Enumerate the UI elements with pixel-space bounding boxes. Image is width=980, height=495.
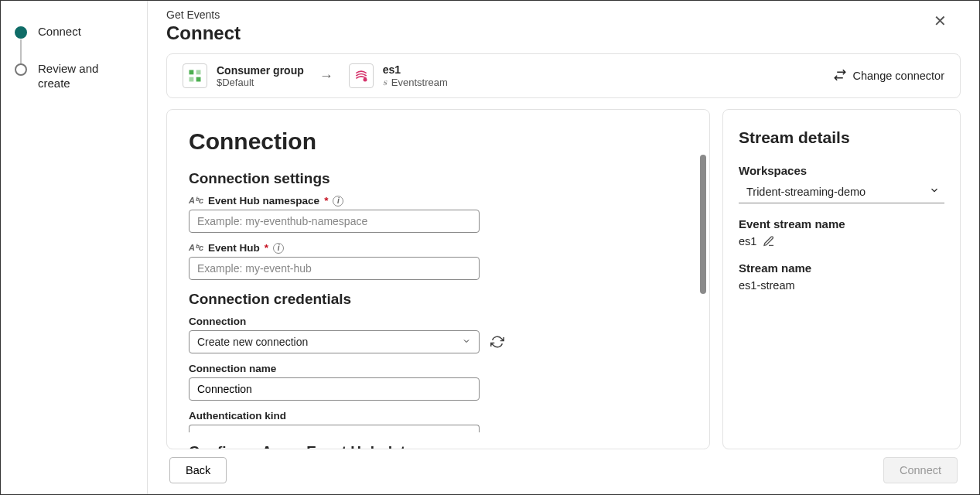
chevron-down-icon <box>462 336 471 348</box>
wizard-footer: Back Connect <box>166 449 961 494</box>
section-connection-credentials: Connection credentials <box>189 291 688 308</box>
refresh-button[interactable] <box>490 335 504 349</box>
eventstream-icon <box>349 63 374 88</box>
field-eventhub: Aᵇc Event Hub * i <box>189 242 688 280</box>
svg-rect-0 <box>190 70 194 75</box>
page-title: Connect <box>166 22 961 44</box>
scrollbar-thumb[interactable] <box>700 155 706 294</box>
text-type-icon: Aᵇc <box>189 196 203 206</box>
text-type-icon: Aᵇc <box>189 243 203 253</box>
connection-form-panel: Connection Connection settings Aᵇc Event… <box>166 109 710 449</box>
connector-source: Consumer group $Default <box>183 63 304 88</box>
step-label: Connect <box>38 24 81 39</box>
target-title: es1 <box>383 63 448 76</box>
step-connect[interactable]: Connect <box>15 24 133 39</box>
connection-select[interactable]: Create new connection <box>189 330 480 353</box>
eventhub-namespace-input[interactable] <box>189 210 480 233</box>
connect-button[interactable]: Connect <box>883 457 958 483</box>
section-connection-settings: Connection settings <box>189 170 688 187</box>
target-subtitle: ᵴ Eventstream <box>383 76 448 88</box>
info-icon[interactable]: i <box>273 243 284 254</box>
svg-rect-1 <box>196 70 201 75</box>
main-content: Get Events Connect ✕ Consumer group $Def… <box>148 1 979 494</box>
workspaces-value: Trident-streaming-demo <box>746 186 866 198</box>
connection-name-input[interactable] <box>189 377 480 401</box>
streamname-value: es1-stream <box>739 279 795 292</box>
arrow-right-icon: → <box>319 68 333 84</box>
close-button[interactable]: ✕ <box>934 12 947 30</box>
step-review-create[interactable]: Review and create <box>15 61 133 91</box>
connector-bar: Consumer group $Default → es1 ᵴ Eventstr… <box>166 53 961 98</box>
breadcrumb: Get Events <box>166 9 961 21</box>
source-subtitle: $Default <box>217 77 304 88</box>
swap-icon <box>833 68 847 84</box>
source-title: Consumer group <box>217 64 304 77</box>
connection-selected-value: Create new connection <box>197 336 308 348</box>
wizard-stepper: Connect Review and create <box>1 1 148 494</box>
eventstream-name-label: Event stream name <box>739 217 944 230</box>
field-eventhub-namespace: Aᵇc Event Hub namespace * i <box>189 195 688 233</box>
namespace-label: Event Hub namespace <box>208 195 319 207</box>
workspaces-select[interactable]: Trident-streaming-demo <box>739 182 944 203</box>
svg-rect-3 <box>196 77 201 82</box>
field-connection: Connection Create new connection <box>189 316 688 353</box>
streamname-label: Stream name <box>739 261 944 275</box>
stream-details-panel: Stream details Workspaces Trident-stream… <box>722 109 961 449</box>
eventstream-name-value: es1 <box>739 235 756 248</box>
section-configure-datasource: Configure Azure Event Hub data source <box>189 443 688 449</box>
info-icon[interactable]: i <box>333 196 343 207</box>
svg-rect-2 <box>190 77 194 82</box>
edit-button[interactable] <box>763 235 775 248</box>
required-icon: * <box>324 195 328 207</box>
connection-name-label: Connection name <box>189 363 276 374</box>
field-connection-name: Connection name <box>189 363 688 401</box>
eventhub-input[interactable] <box>189 257 480 280</box>
hub-label: Event Hub <box>208 242 260 254</box>
step-dot-icon <box>15 63 27 76</box>
form-heading: Connection <box>189 128 688 155</box>
step-dot-icon <box>15 26 27 39</box>
details-heading: Stream details <box>739 128 944 147</box>
back-button[interactable]: Back <box>169 457 227 483</box>
close-icon: ✕ <box>934 12 947 29</box>
change-connector-button[interactable]: Change connector <box>833 68 945 84</box>
step-label: Review and create <box>38 61 133 91</box>
change-connector-label: Change connector <box>853 70 945 82</box>
required-icon: * <box>265 242 268 254</box>
consumer-group-icon <box>183 63 207 88</box>
stream-glyph-icon: ᵴ <box>383 76 387 88</box>
auth-kind-select[interactable] <box>189 425 480 432</box>
svg-point-4 <box>363 78 367 82</box>
workspaces-label: Workspaces <box>739 164 944 177</box>
connection-label: Connection <box>189 316 246 327</box>
auth-kind-label: Authentication kind <box>189 410 286 422</box>
chevron-down-icon <box>929 185 940 198</box>
field-authentication-kind: Authentication kind <box>189 410 688 432</box>
connector-target: es1 ᵴ Eventstream <box>349 63 448 88</box>
